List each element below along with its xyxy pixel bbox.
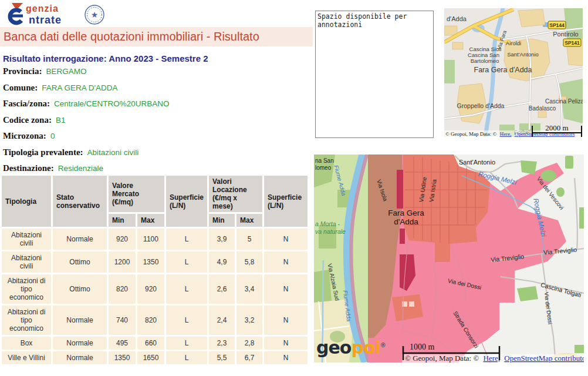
cell-vm-min: 1350 bbox=[109, 351, 136, 364]
field-label: Destinazione: bbox=[3, 163, 54, 173]
cell-superficie-2: N bbox=[264, 251, 307, 273]
map-label-bartolomeo: Bartolomeo bbox=[471, 58, 499, 64]
openstreetmap-link[interactable]: OpenStreetMap contributors bbox=[504, 354, 584, 362]
zone-polygon-urban-south bbox=[392, 294, 423, 321]
field-value: Centrale/CENTRO%20URBANO bbox=[54, 99, 170, 108]
field-label: Tipologia prevalente: bbox=[3, 147, 83, 157]
col-superficie-2: Superficie (L/N) bbox=[264, 176, 307, 227]
col-valore-mercato: Valore Mercato (€/mq) bbox=[109, 176, 164, 212]
here-link[interactable]: Here, bbox=[484, 354, 501, 362]
page-title: Banca dati delle quotazioni immobiliari … bbox=[0, 27, 313, 46]
map-label-badalasco: Badalasco bbox=[529, 105, 556, 112]
map-label-cascina-san-cut: na San bbox=[315, 157, 334, 164]
cell-stato: Normale bbox=[53, 337, 107, 350]
here-link[interactable]: Here, bbox=[500, 131, 512, 137]
field-fascia-zona: Fascia/zona:Centrale/CENTRO%20URBANO bbox=[3, 98, 170, 115]
cell-superficie-2: N bbox=[264, 351, 307, 364]
cell-stato: Normale bbox=[53, 351, 107, 364]
cell-vl-min: 3,9 bbox=[209, 229, 235, 250]
table-row: Abitazioni civili Ottimo 1200 1350 L 4,9… bbox=[2, 251, 307, 273]
col-vl-min: Min bbox=[209, 214, 235, 227]
field-codice-zona: Codice zona:B1 bbox=[3, 115, 170, 131]
logo-word-genzia: genzia bbox=[26, 4, 59, 14]
agenzia-entrate-logo: genzia ntrate ★ bbox=[5, 2, 108, 26]
field-label: Microzona: bbox=[3, 131, 46, 140]
cell-vl-max: 6,7 bbox=[236, 351, 262, 364]
cell-stato: Normale bbox=[53, 306, 107, 335]
col-superficie: Superficie (L/N) bbox=[166, 176, 207, 227]
field-tipologia-prevalente: Tipologia prevalente:Abitazioni civili bbox=[3, 147, 170, 163]
cell-vm-min: 1200 bbox=[109, 251, 136, 273]
field-label: Fascia/zona: bbox=[3, 99, 50, 108]
cell-vm-max: 920 bbox=[137, 274, 164, 304]
field-value: Abitazioni civili bbox=[87, 148, 139, 157]
table-row: Abitazioni di tipo economico Normale 740… bbox=[2, 306, 307, 335]
result-fields: Provincia:BERGAMO Comune:FARA GERA D'ADD… bbox=[3, 66, 170, 179]
emblem-star-glyph: ★ bbox=[91, 10, 99, 19]
quotazioni-immobiliari-page: genzia ntrate ★ Banca dati delle quotazi… bbox=[0, 0, 588, 376]
shield-label: SP141 bbox=[565, 40, 580, 46]
cell-vl-max: 3,2 bbox=[236, 306, 262, 335]
cell-vm-min: 740 bbox=[109, 306, 136, 335]
cell-tipologia: Box bbox=[2, 337, 51, 350]
table-row: Abitazioni civili Normale 920 1100 L 3,9… bbox=[2, 229, 307, 250]
cell-vl-max: 5,8 bbox=[236, 251, 262, 273]
cell-vm-max: 820 bbox=[137, 306, 164, 335]
col-tipologia: Tipologia bbox=[2, 176, 51, 227]
cell-vm-max: 660 bbox=[137, 337, 164, 350]
cell-tipologia: Abitazioni di tipo economico bbox=[2, 274, 51, 304]
cell-stato: Ottimo bbox=[53, 251, 107, 273]
geopoi-logo-geo: geo bbox=[316, 337, 351, 358]
agenzia-entrate-logo-icon: genzia ntrate ★ bbox=[5, 2, 108, 26]
map-label-cascina-peliza: Cascina Peliza bbox=[545, 98, 583, 105]
field-value: FARA GERA D'ADDA bbox=[42, 83, 117, 92]
result-heading: Risultato interrogazione: Anno 2023 - Se… bbox=[3, 53, 208, 63]
road-shield-sp144: SP144 bbox=[548, 21, 566, 29]
cell-superficie-2: N bbox=[264, 229, 307, 250]
field-value: B1 bbox=[56, 116, 66, 125]
cell-superficie: L bbox=[166, 306, 207, 335]
cell-stato: Normale bbox=[53, 229, 107, 250]
field-label: Codice zona: bbox=[3, 115, 52, 125]
cell-vl-max: 5 bbox=[236, 229, 262, 250]
field-comune: Comune:FARA GERA D'ADDA bbox=[3, 82, 170, 99]
geopoi-logo-poi: poi bbox=[351, 337, 380, 358]
col-vm-min: Min bbox=[109, 214, 136, 227]
overview-map: SP144 SP141 d'Adda Cascina Sioli Cascina… bbox=[444, 8, 583, 137]
cell-vl-min: 2,3 bbox=[209, 337, 235, 350]
cell-vl-min: 5,5 bbox=[209, 351, 235, 364]
table-row: Abitazioni di tipo economico Ottimo 820 … bbox=[2, 274, 307, 304]
cell-superficie: L bbox=[166, 337, 207, 350]
field-value: BERGAMO bbox=[46, 67, 86, 76]
cell-vl-max: 3,4 bbox=[236, 274, 262, 304]
annotations-textarea[interactable]: Spazio disponibile per annotazioni bbox=[315, 11, 434, 138]
field-value: 0 bbox=[50, 132, 55, 140]
scale-label: 2000 m bbox=[545, 123, 568, 132]
map-label-pontirolo: Pontirolo bbox=[553, 31, 578, 38]
map-label-airoldi: Airoldi bbox=[506, 40, 521, 46]
col-stato-conservativo: Stato conservativo bbox=[53, 176, 107, 227]
field-label: Comune: bbox=[3, 83, 38, 92]
map-label-groppello: Groppello d'Adda bbox=[457, 102, 505, 109]
cell-superficie-2: N bbox=[264, 306, 307, 335]
cell-vl-max: 2,8 bbox=[236, 337, 262, 350]
shield-label: SP144 bbox=[549, 22, 565, 28]
map-label-sant-antonio: Sant'Antonio bbox=[459, 159, 495, 166]
map-label-d-adda: d'Adda bbox=[447, 15, 467, 22]
col-vm-max: Max bbox=[137, 214, 164, 227]
map-label-fara-gera: Fara Gera bbox=[388, 209, 424, 217]
cell-superficie: L bbox=[166, 251, 207, 273]
cell-vm-min: 820 bbox=[109, 274, 136, 304]
map-label-morta-2: va naturale bbox=[315, 228, 346, 235]
cell-tipologia: Abitazioni civili bbox=[2, 229, 51, 250]
cell-tipologia: Abitazioni di tipo economico bbox=[2, 306, 51, 335]
logo-word-ntrate: ntrate bbox=[29, 14, 62, 26]
map-label-fara-gera-d-adda: Fara Gera d'Adda bbox=[474, 66, 532, 74]
attribution-text: © Geopoi, Map Data: © bbox=[405, 354, 479, 362]
cell-superficie-2: N bbox=[264, 274, 307, 304]
geopoi-logo: geopoi® bbox=[316, 337, 386, 357]
scale-label: 1000 m bbox=[410, 343, 435, 351]
cell-superficie-2: N bbox=[264, 337, 307, 350]
cell-vl-min: 2,6 bbox=[209, 274, 235, 304]
cell-vm-max: 1650 bbox=[137, 351, 164, 364]
